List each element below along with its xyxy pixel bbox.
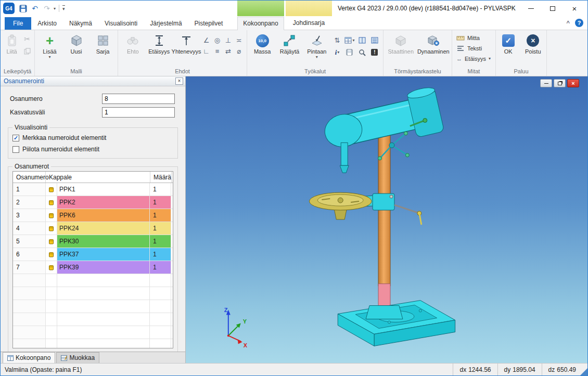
piilota-checkbox[interactable] [12,146,19,153]
table-row[interactable]: 6 PPK37 1 [13,248,173,261]
tab-file[interactable]: File [5,17,31,30]
panel-close-icon[interactable]: × [175,77,183,85]
warning-icon[interactable]: ! [368,46,381,58]
ribbon-group-ehdot: Ehto Etäisyys Yhtenevyys ∠ ◎ [118,30,247,76]
uusi-button[interactable]: Uusi [63,32,89,68]
condition-icon [126,33,139,48]
tab-jarjestelma[interactable]: Järjestelmä [144,17,188,30]
dynaaminen-button[interactable]: Dynaaminen [417,32,450,68]
ruler-icon [456,35,465,41]
piilota-checkbox-row[interactable]: Piilota numeroidut elementit [12,144,173,155]
part-icon [48,251,55,258]
coincident-constraint-icon[interactable]: ≍ [234,35,245,46]
save-icon[interactable] [18,3,28,14]
etaisyys-button[interactable]: Etäisyys [147,32,172,68]
table-row[interactable]: 5 PPK30 1 [13,235,173,248]
minimize-button[interactable] [520,1,542,16]
symmetric-constraint-icon[interactable]: ⇄ [223,46,234,57]
merkkaa-checkbox[interactable]: ✓ [12,135,19,141]
panel-title: Osanumerointi [4,77,175,85]
model-viewport[interactable]: Z Y X × [186,76,587,363]
table-row[interactable]: 2 PPK2 1 [13,196,173,209]
tab-kokoonpano[interactable]: Kokoonpano [237,17,284,30]
panel-tab-muokkaa[interactable]: Muokkaa [56,352,99,363]
view-pane-list-icon[interactable] [368,34,381,46]
status-message: Valmiina (Opaste: paina F1) [1,366,453,373]
teksti-button[interactable]: Teksti [454,43,493,53]
angle-constraint-icon[interactable]: ∠ [201,35,212,46]
info-icon[interactable]: i▾ [331,46,343,58]
part-icon [48,186,55,193]
tab-pistepilvet[interactable]: Pistepilvet [188,17,229,30]
kasvatusvali-input[interactable] [102,107,175,118]
zoom-search-icon[interactable] [356,46,368,58]
tab-visualisointi[interactable]: Visualisointi [98,17,144,30]
work-table [309,192,421,225]
save-view-icon[interactable] [343,46,356,58]
close-button[interactable]: × [564,1,585,16]
renumber-icon[interactable]: ⇅ [331,34,343,46]
ribbon-collapse-icon[interactable]: ^ [567,20,570,26]
poistu-button[interactable]: × Poistu [522,32,544,68]
ok-button[interactable]: ✓ OK [498,32,519,68]
group-label-ehdot: Ehdot [118,68,247,76]
copy-icon[interactable] [22,46,32,56]
sarja-button[interactable]: Sarja [90,32,116,68]
maximize-button[interactable] [542,1,564,16]
ribbon-group-tormaystarkastelu: Staattinen Dynaaminen Törmäystarkastelu [384,30,452,76]
yhtenevyys-button[interactable]: Yhtenevyys [173,32,200,68]
edit-tab-icon [61,355,67,361]
ehto-button[interactable]: Ehto [120,32,146,68]
axis-z-label: Z [224,307,228,313]
ok-check-icon: ✓ [502,34,515,47]
axis-y-label: Y [243,318,247,325]
table-row[interactable]: 7 PPK39 1 [13,261,173,274]
quick-access-toolbar: ↶ ↷ ▾ ▾ [18,3,65,14]
diameter-constraint-icon[interactable]: ⌀ [234,46,245,57]
visualisointi-group: Visualisointi ✓ Merkkaa numeroidut eleme… [8,124,178,159]
osanumerot-group: Osanumerot Osanumero Kappale Määrä 1 PPK… [8,163,178,352]
titlebar: G4 ↶ ↷ ▾ ▾ Vertex G4 2023 / 29.0.00 (dev… [1,1,587,16]
viewport-close-button[interactable]: × [567,79,579,87]
pintaan-dropdown-icon: ▾ [316,55,318,59]
distance-constraint-icon [154,33,165,48]
parts-table-icon[interactable]: ▾ [343,34,356,46]
group-label-paluu: Paluu [496,68,546,76]
massa-button[interactable]: 10,0 Massa [249,32,275,68]
perpendicular-constraint-icon[interactable]: ⊥ [223,35,234,46]
undo-icon[interactable]: ↶ [30,3,40,14]
concentric-constraint-icon[interactable]: ◎ [212,35,223,46]
redo-dropdown-icon[interactable]: ▾ [54,6,56,11]
table-row[interactable]: 4 PPK24 1 [13,222,173,235]
osanumero-input[interactable] [102,94,175,104]
customize-toolbar-icon[interactable]: ▾ [62,5,65,11]
tab-johdinsarja[interactable]: Johdinsarja [286,17,332,30]
mitta-button[interactable]: Mitta [454,33,493,43]
add-plus-icon: + [46,33,54,48]
redo-icon[interactable]: ↷ [42,3,52,14]
rajayta-button[interactable]: Räjäytä [276,32,302,68]
etaisyys-mitta-button[interactable]: ↔ Etäisyys ▾ [454,54,493,63]
parallel-constraint-icon[interactable]: ≡ [212,46,223,57]
tab-nakyma[interactable]: Näkymä [63,17,98,30]
panel-tab-kokoonpano[interactable]: Kokoonpano [3,352,55,363]
paste-button[interactable]: Liitä [3,32,21,68]
pintaan-button[interactable]: Pintaan ▾ [304,32,330,68]
merkkaa-checkbox-row[interactable]: ✓ Merkkaa numeroidut elementit [12,132,173,144]
osanumerointi-panel: Osanumerointi × Osanumero Kasvatusväli V… [1,76,186,363]
app-logo[interactable]: G4 [3,3,15,14]
table-row[interactable]: 1 PPK1 1 [13,183,173,196]
help-icon[interactable]: ? [575,19,583,27]
lisaa-button[interactable]: + Lisää ▾ [37,32,62,68]
corner-constraint-icon[interactable]: ∟ [201,46,212,57]
resize-grip[interactable] [580,368,587,375]
viewport-minimize-button[interactable] [540,79,552,87]
view-pane-icon[interactable] [356,34,368,46]
assembly-tab-icon [7,355,14,361]
empty-table-row [13,326,173,339]
cut-icon[interactable]: ✂ [22,34,32,44]
staattinen-button[interactable]: Staattinen [386,32,416,68]
table-row[interactable]: 3 PPK6 1 [13,209,173,222]
tab-arkisto[interactable]: Arkisto [31,17,63,30]
viewport-restore-button[interactable] [554,79,566,87]
